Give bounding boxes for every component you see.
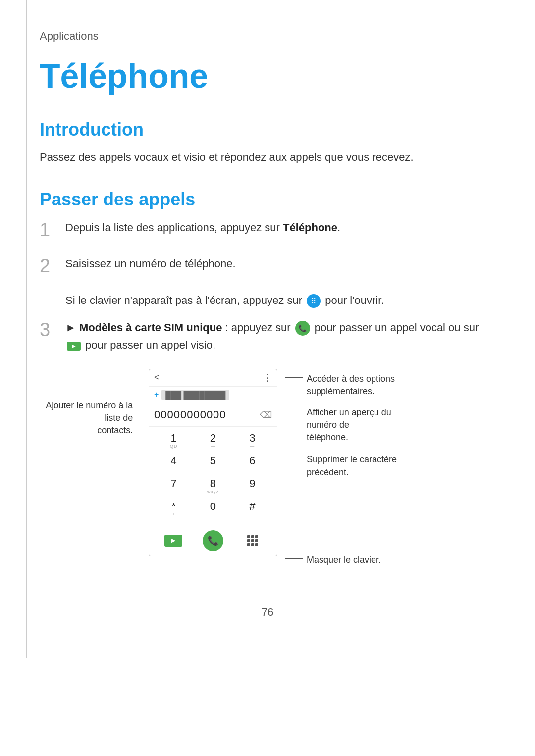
mockup-number-display: 00000000000	[154, 408, 226, 421]
left-annotation-block: Ajouter le numéro à la liste de contacts…	[40, 369, 149, 437]
mockup-back-icon[interactable]: <	[154, 372, 160, 383]
mockup-bottom-row	[149, 526, 277, 556]
keypad-row-1: 1 QD 2 — 3 —	[154, 431, 272, 451]
right-ann-1: Accéder à des options supplémentaires.	[285, 373, 421, 398]
phone-mockup: < ⋮ + ███ ████████ 00000000000 ⌫ 1 QD	[149, 369, 277, 556]
key-3[interactable]: 3 —	[238, 431, 266, 451]
key-8[interactable]: 8 wxyz	[199, 476, 227, 496]
mockup-number-row: 00000000000 ⌫	[149, 403, 277, 427]
left-border	[26, 0, 27, 658]
right-ann-line-2	[285, 411, 303, 411]
key-4[interactable]: 4 —	[160, 454, 188, 473]
mockup-backspace-icon[interactable]: ⌫	[260, 409, 272, 420]
keypad-row-2: 4 — 5 — 6 —	[154, 454, 272, 473]
step-2-content: Saisissez un numéro de téléphone.	[65, 255, 495, 272]
left-label-line2: contacts.	[97, 425, 133, 435]
step-1: 1 Depuis la liste des applications, appu…	[40, 219, 495, 242]
mockup-header: < ⋮	[149, 369, 277, 387]
video-call-button[interactable]	[164, 535, 182, 547]
right-ann-line-1	[285, 377, 303, 378]
keypad-icon	[307, 294, 321, 308]
right-ann-line-4	[285, 558, 303, 559]
key-5[interactable]: 5 —	[199, 454, 227, 473]
mockup-contact-bar: + ███ ████████	[149, 387, 277, 403]
right-ann-text-3: Supprimer le caractère précédent.	[307, 454, 421, 478]
step-2-sub: Si le clavier n'apparaît pas à l'écran, …	[65, 292, 495, 309]
mockup-add-icon[interactable]: +	[154, 390, 159, 399]
introduction-body: Passez des appels vocaux et visio et rép…	[40, 149, 495, 165]
step-2-number: 2	[40, 255, 65, 278]
step-1-content: Depuis la liste des applications, appuye…	[65, 219, 495, 236]
right-ann-text-4: Masquer le clavier.	[307, 554, 381, 566]
phone-call-icon	[295, 321, 310, 336]
right-ann-2: Afficher un aperçu du numéro de téléphon…	[285, 406, 421, 444]
key-star[interactable]: * +	[160, 499, 188, 519]
step-3-content: ► Modèles à carte SIM unique : appuyez s…	[65, 319, 495, 353]
left-connector-line	[137, 418, 149, 418]
page-container: Applications Téléphone Introduction Pass…	[0, 0, 535, 658]
video-call-icon	[67, 342, 81, 351]
right-ann-text-1: Accéder à des options supplémentaires.	[307, 373, 395, 398]
mockup-keypad: 1 QD 2 — 3 — 4 —	[149, 427, 277, 526]
hide-keypad-button[interactable]	[244, 532, 262, 550]
key-2[interactable]: 2 —	[199, 431, 227, 451]
diagram-right-annotations: Accéder à des options supplémentaires. A…	[285, 369, 421, 567]
mockup-menu-icon[interactable]: ⋮	[263, 372, 272, 383]
key-9[interactable]: 9 —	[238, 476, 266, 496]
step-1-number: 1	[40, 219, 65, 242]
right-ann-line-3	[285, 458, 303, 458]
page-title: Téléphone	[40, 57, 495, 95]
right-ann-4: Masquer le clavier.	[285, 554, 421, 566]
keypad-row-4: * + 0 + #	[154, 499, 272, 519]
left-ann-text: Ajouter le numéro à la liste de contacts…	[40, 400, 133, 437]
key-6[interactable]: 6 —	[238, 454, 266, 473]
keypad-row-3: 7 — 8 wxyz 9 —	[154, 476, 272, 496]
step-3-bold: Modèles à carte SIM unique	[79, 321, 222, 334]
step-2: 2 Saisissez un numéro de téléphone.	[40, 255, 495, 278]
section-passer-title: Passer des appels	[40, 189, 495, 210]
left-label-line1: Ajouter le numéro à la liste de	[46, 401, 133, 423]
step-3-number: 3	[40, 319, 65, 342]
hide-keypad-icon	[247, 535, 258, 546]
mockup-contact-name: ███ ████████	[161, 390, 229, 400]
key-0[interactable]: 0 +	[199, 499, 227, 519]
breadcrumb: Applications	[40, 30, 495, 43]
step-3: 3 ► Modèles à carte SIM unique : appuyez…	[40, 319, 495, 353]
step-1-bold: Téléphone	[283, 221, 337, 234]
key-7[interactable]: 7 —	[160, 476, 188, 496]
key-hash[interactable]: #	[238, 499, 266, 519]
right-ann-3: Supprimer le caractère précédent.	[285, 454, 421, 478]
diagram-wrapper: Ajouter le numéro à la liste de contacts…	[40, 369, 495, 567]
call-button[interactable]	[203, 530, 223, 551]
steps-section: 1 Depuis la liste des applications, appu…	[40, 219, 495, 354]
section-introduction-title: Introduction	[40, 119, 495, 140]
page-number: 76	[40, 606, 495, 619]
right-ann-text-2: Afficher un aperçu du numéro de téléphon…	[307, 406, 421, 444]
key-1[interactable]: 1 QD	[160, 431, 188, 451]
